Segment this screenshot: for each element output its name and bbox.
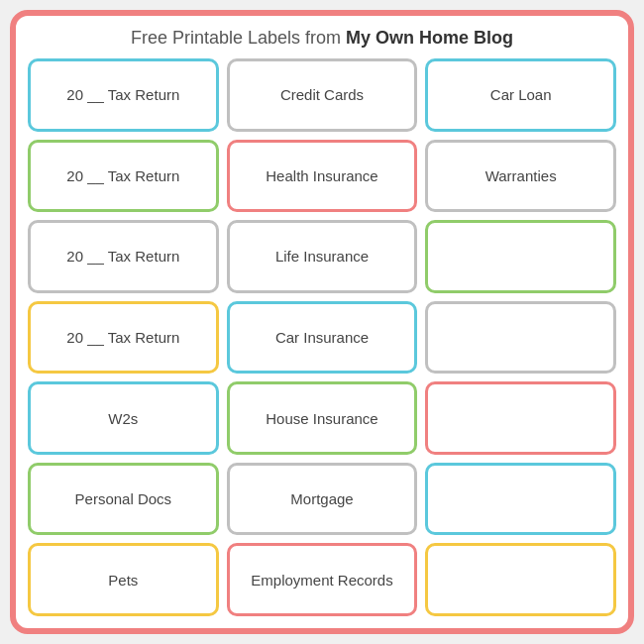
page-title: Free Printable Labels from My Own Home B… — [28, 28, 616, 49]
label-box: Car Loan — [425, 58, 616, 132]
label-box: W2s — [28, 381, 219, 455]
label-box: Health Insurance — [227, 140, 418, 213]
label-box: Employment Records — [227, 543, 418, 616]
label-box: Life Insurance — [227, 220, 418, 293]
label-box — [425, 463, 616, 536]
label-box: Personal Docs — [28, 463, 219, 536]
label-box: Credit Cards — [227, 58, 418, 132]
label-box: 20 __ Tax Return — [28, 58, 219, 132]
label-box: 20 __ Tax Return — [28, 301, 219, 375]
label-box — [425, 543, 616, 616]
main-container: Free Printable Labels from My Own Home B… — [10, 10, 634, 634]
label-box: Mortgage — [227, 463, 418, 536]
label-box: 20 __ Tax Return — [28, 140, 219, 213]
label-box — [425, 301, 616, 375]
label-box: Car Insurance — [227, 301, 418, 375]
label-box — [425, 220, 616, 293]
labels-grid: 20 __ Tax ReturnCredit CardsCar Loan20 _… — [28, 58, 616, 616]
label-box: House Insurance — [227, 381, 418, 455]
label-box: 20 __ Tax Return — [28, 220, 219, 293]
label-box — [425, 381, 616, 455]
title-brand: My Own Home Blog — [346, 28, 513, 48]
title-prefix: Free Printable Labels from — [131, 28, 346, 48]
label-box: Pets — [28, 543, 219, 616]
label-box: Warranties — [425, 140, 616, 213]
